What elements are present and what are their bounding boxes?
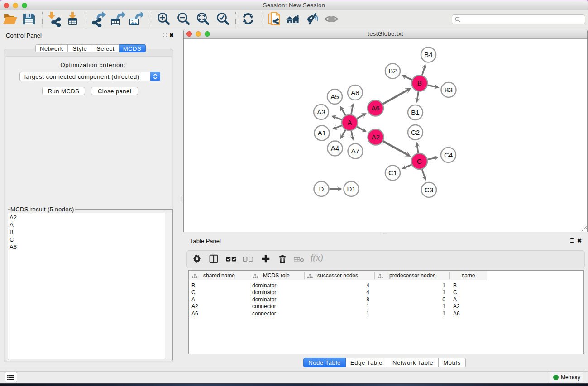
svg-text:A1: A1 (318, 129, 326, 137)
svg-text:C4: C4 (444, 151, 453, 159)
svg-text:A7: A7 (351, 147, 359, 155)
svg-text:B4: B4 (424, 51, 432, 58)
svg-text:A3: A3 (317, 108, 325, 116)
svg-text:A4: A4 (331, 144, 339, 152)
svg-text:A2: A2 (372, 133, 380, 141)
svg-text:B2: B2 (388, 67, 397, 75)
svg-text:B1: B1 (411, 109, 419, 116)
svg-text:C: C (417, 157, 422, 165)
svg-text:C3: C3 (425, 186, 433, 194)
svg-text:D: D (319, 185, 324, 193)
svg-text:B3: B3 (445, 86, 453, 94)
svg-text:A5: A5 (330, 93, 339, 100)
svg-text:B: B (417, 79, 422, 87)
svg-text:C1: C1 (388, 169, 397, 176)
svg-text:A6: A6 (371, 104, 379, 112)
svg-text:A8: A8 (351, 89, 359, 96)
svg-text:D1: D1 (347, 185, 355, 193)
svg-text:C2: C2 (411, 129, 420, 136)
svg-text:A: A (347, 119, 352, 126)
